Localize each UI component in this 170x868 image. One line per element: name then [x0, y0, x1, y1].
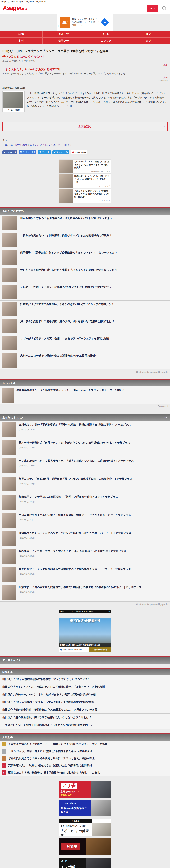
ranking-item[interactable]: 3 水着の奥が見えそう！菜々緒の肌見せ動画に「チラっと見え」疑惑が浮上 [0, 755, 170, 762]
list-item[interactable]: 鷲見玲奈アナ、テレ東退社秒読みで過激化する「生脚＆爆胸見せ大サービス」！ | ア… [0, 565, 170, 584]
tweet-button[interactable]: ツイート [38, 150, 51, 154]
hair-banner[interactable]: こっそり始める40歳からの髪対策マニュアル [59, 800, 111, 816]
tag-link[interactable]: Hey！Say！JUMP [9, 144, 30, 146]
item-thumbnail [2, 319, 17, 333]
list-item[interactable]: 参加費無料のオンライン麻雀で賞金ゲット！ 『Maru-Jan スプリントステージ… [0, 386, 170, 404]
banner-photo [91, 800, 111, 816]
list-item[interactable]: 服から胸がこぼれる！石川秀美の娘・薬丸玲美の極大バスト写真がスゴすぎッ [0, 215, 170, 232]
nav-item[interactable]: エンタメ [85, 37, 128, 44]
banner-title: モノ情報 [61, 865, 84, 868]
tag-link[interactable]: 山田涼介 [62, 144, 72, 146]
house-ad-cta-button[interactable]: ご見学予約受付中 [89, 647, 111, 652]
ad-info-close-icons[interactable]: ⓘX [107, 610, 110, 613]
list-item[interactable]: テレ東も地獄だった！？鷲見玲奈アナ、「過去の壮絶イジメ告白」に応援の声続々 | … [0, 457, 170, 475]
pr-ad-source: PR / ヘルスアップ [74, 199, 110, 202]
hatena-bookmark-button[interactable]: B!ブックマーク 0 [18, 150, 37, 154]
sakaba-banner[interactable]: 一杯酒場 [59, 838, 111, 855]
company-logo-icon [60, 649, 62, 651]
follow-button[interactable]: フォローする [52, 150, 69, 154]
nav-item[interactable]: 事 件 [0, 37, 43, 44]
doctor-banner[interactable]: 秋津壽男 オトコの悩みをズバリ回答「どっち?」の健康学 [59, 819, 111, 836]
au-ad[interactable]: au auショップならキャンペーンの詳細について丁寧にご説明します。 ➜ ⓘX [57, 14, 113, 31]
article-excerpt: 史上最低の月9ドラマとなってしまうのか？ Hey！Say！JUMP山田涼介が桐谷… [2, 91, 168, 108]
item-title: テレ朝・三谷紬、ダイエットに挑戦も“男性ファンから悲鳴”の「切実な理由」 [20, 285, 112, 289]
nav-item[interactable]: 社 会 [85, 31, 128, 37]
rank-badge: 4 [2, 763, 6, 768]
tag-link[interactable]: 芸能 [2, 144, 9, 146]
item-thumbnail [2, 216, 17, 230]
pr-ad-title: 「太ってる人9割がしない」2秒習慣でガリガリに?医師の夫が教えてくれた...法が… [74, 189, 110, 198]
list-item[interactable]: 山田涼介「鋼の錬金術師」酷評の嵐でも絶対に大ゴケしないカラクリとは？ [0, 714, 170, 721]
ranking-item[interactable]: 1 人前で夜の営みを！？沢尻エリカ、「18歳からクスリ漬け&ハメまくり生活」の衝… [0, 741, 170, 748]
search-icon[interactable] [162, 6, 166, 9]
list-item[interactable]: 妊娠中だけど大丈夫？高橋真麻、まさかの激ヤバ変化で「Gカップに危機」が！ [0, 301, 170, 318]
pr-ad-item[interactable]: 医師の嫁「太っている人の9割はアソコが汚い」綺麗にしただけで激ヤセ!?PR / … [59, 174, 111, 188]
list-item[interactable]: 加藤紀子マドンナ回のバス旅再放送！「神回」と呼ばれた理由とは？ | アサ芸プラス… [0, 493, 170, 511]
nav-item[interactable]: 芸 能 [0, 31, 43, 37]
pr-ad-image [59, 174, 73, 188]
ranking-item[interactable]: 5 落胆したの！？桜井日奈子の“橋本環奈絡み”告白に世間から「失礼！」の洗礼 [0, 769, 170, 776]
ranking-item[interactable]: 4 安倍昭恵夫人、「私的な“桜を見る会”を楽しんだ」写真報道で批判殺到！ [0, 762, 170, 769]
list-item[interactable]: 志村けんコロナ感染で懸念が集まる近藤春菜との“20日前の接触” [0, 352, 170, 369]
ad-title[interactable]: 軽いつけ心地なのにくずれない！ [2, 55, 168, 59]
pr-ad-source: PR / 株式会社メビウス製薬 [74, 170, 110, 173]
banner-title: 「どっち?」の健康学 [60, 829, 91, 836]
list-item[interactable]: テレ朝・三谷紬が胸を揺らし汗だく奮闘！「ぶるるんトレ動画」が大注目モノだッ [0, 266, 170, 283]
tags-label: タグ [2, 139, 168, 142]
social-news-button[interactable]: Social News [71, 150, 87, 154]
list-item[interactable]: マギーが「ピラティス写真」公開！「まるでアンダーウエア」な服装に騒然 [0, 335, 170, 352]
house-ad[interactable]: レーベンプラッツ流山セントラルパークⓘX 事前案内会開催中! 最寄駅 徒歩5分/… [59, 610, 111, 652]
list-item[interactable]: 手口が大胆すぎ！？あびる優「子連れ不貞疑惑」報道に「子どもが可哀想」の声 | ア… [0, 511, 170, 529]
nav-item[interactable]: 女子アナ [43, 37, 85, 44]
facebook-like-button[interactable]: いいね！ 0 [2, 150, 17, 154]
list-item[interactable]: 山田涼介「鋼の錬金術師」特報映像に「CGは最高なのに...」と原作ファンが落胆 [0, 706, 170, 714]
special-list: 参加費無料のオンライン麻雀で賞金ゲット！ 『Maru-Jan スプリントステージ… [0, 386, 170, 404]
list-item[interactable]: 熊田曜子、〈男子禁制〉胸ドアップ公開動画の「まるでマッパ！」なシーンとは？ [0, 249, 170, 266]
list-item[interactable]: 「キスがしたい」を連発！山田涼介のよこしま発言が月9爆死の最大要因！？ [0, 721, 170, 729]
list-item[interactable]: 深田恭子が妖艶ドレス姿を披露！胸の渓谷より目を引いた“肉感的な部位”とは？ [0, 318, 170, 335]
read-more-button[interactable]: 全文を読む › [2, 122, 168, 131]
item-thumbnail [2, 285, 17, 299]
pr-ad-item[interactable]: 杉山愛(44)「ニベアに混ぜてシミに塗るだけなのよ」簡単すぎるシミ消し...が炎… [59, 159, 111, 174]
list-item[interactable]: 広瀬すず、「男の前で服を脱ぎ捨て」事件で“佐藤健との学生時代の肌着姿”にも注目が… [0, 584, 170, 601]
tag-link[interactable]: ジャニーズ [48, 144, 62, 146]
section-header-ranking: 人気記事 [0, 734, 170, 741]
nav-item[interactable]: スポーツ [43, 31, 85, 37]
top-button[interactable]: TOP [147, 5, 158, 12]
section-header-special: スペシャル [0, 379, 170, 386]
nav-item[interactable]: 政 治 [127, 31, 170, 37]
list-item[interactable]: 山田涼介、身長164センチで「オレ、結婚できる？」発言に低身長男子が不快感 [0, 691, 170, 699]
close-icon[interactable]: X [109, 610, 110, 613]
asagei-logo[interactable]: Asageiplus [3, 4, 27, 11]
list-item[interactable]: 立川志らく、妻の「不貞を容認」「弟子への恋文」続報に沈黙する“家族の事情” | … [0, 421, 170, 439]
item-thumbnail [2, 268, 17, 282]
text-ad-2[interactable]: 「もう入れた？」Androidが激変する神アプリ Androidを知り尽くしてる… [2, 68, 168, 75]
list-item[interactable]: 桐谷美玲、「デカ盛りナポリタン食いをアピール」も巻き起こった心配の声 | アサ芸… [0, 547, 170, 565]
list-item[interactable]: 山田涼介「月9」が大爆死！フジ全ドラマが初回1ケタ視聴率の歴史的非常事態 [0, 699, 170, 706]
list-item[interactable]: 「後ろから突きたい！」岡副麻希、猫伸びポーズにまたも妄想爆発の声殺到！ [0, 232, 170, 249]
mahjong-banner[interactable]: アサ雀意外と知らない!?麻雀の世界 [59, 781, 111, 798]
ad-info-close-icons[interactable]: ⓘX [57, 25, 59, 30]
info-icon[interactable]: ⓘ [57, 25, 59, 27]
like-label: いいね！ 0 [6, 151, 16, 153]
text-ad-1[interactable]: 軽いつけ心地なのにくずれない！ 薬屋さんの薬用美白BBクリーム [2, 55, 168, 62]
ranking-item[interactable]: 2 「サンジャポ」卒業、西川史子“激痩せ”も指摘されたキャラ作りの苦悩 [0, 748, 170, 755]
list-item[interactable]: 山田涼介「月9」が視聴率急落の緊急事態！フジがやらかした“2つのミス” [0, 676, 170, 683]
mono-banner[interactable]: 注目!モノ情報 [59, 858, 111, 868]
list-item[interactable]: 山田涼介「カインとアベル」衝撃のラストに「時間を返せ」「詐欺ドラマ」と批判殺到 [0, 683, 170, 691]
ad-arrow-icon[interactable]: ➜ [100, 18, 109, 26]
banner-title: 40歳からの髪対策マニュアル [61, 807, 89, 814]
item-date: (2020年3月13日) [19, 428, 133, 431]
banner-column: アサ雀意外と知らない!?麻雀の世界 こっそり始める40歳からの髪対策マニュアル … [59, 781, 111, 868]
list-item[interactable]: 藤森慎吾もガン見！？田中みな実、“マッパで家事”報告に男たちオーバーヒート | … [0, 529, 170, 547]
nav-item[interactable]: 大 人 [127, 37, 170, 44]
list-item[interactable]: テレ朝・三谷紬、ダイエットに挑戦も“男性ファンから悲鳴”の「切実な理由」 [0, 283, 170, 301]
article-thumbnail[interactable]: ジャニーズ情報 [2, 91, 25, 112]
tag-link[interactable]: カインとアベル [30, 144, 48, 146]
list-item[interactable]: 天才テリー伊藤対談「奈月セナ」（3）胸が大きくなったのは弓道部のせいかも | ア… [0, 439, 170, 457]
info-icon[interactable]: ⓘ [107, 610, 109, 613]
ad-title[interactable]: 「もう入れた？」Androidが激変する神アプリ [2, 68, 168, 71]
close-icon[interactable]: X [57, 27, 59, 30]
list-item[interactable]: 新型コロナ、「封鎖2カ月」武漢市街「報じられない遺体放置動画」の戦慄中身！ | … [0, 475, 170, 493]
pr-ad-item[interactable]: 「太ってる人9割がしない」2秒習慣でガリガリに?医師の夫が教えてくれた...法が… [59, 189, 111, 203]
